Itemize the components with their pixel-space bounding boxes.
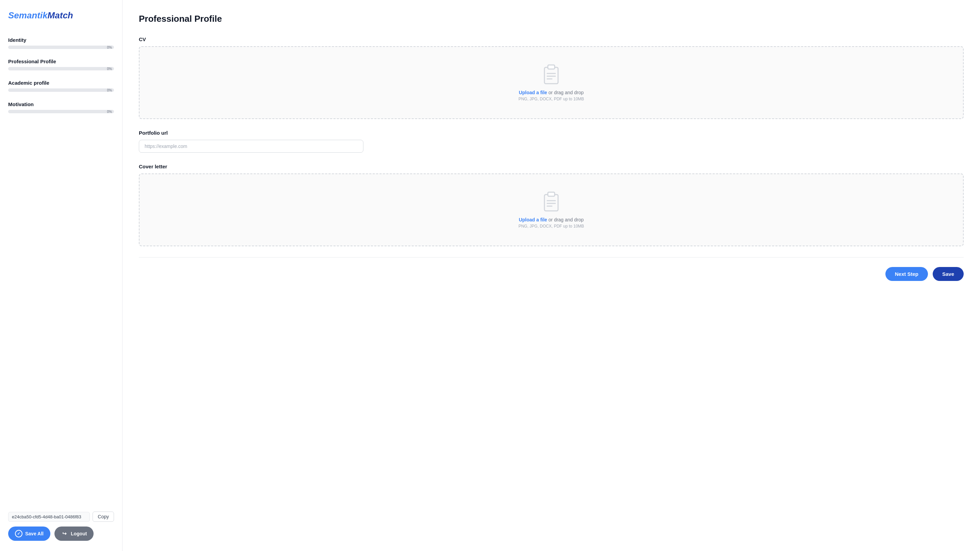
cv-upload-hint: PNG, JPG, DOCX, PDF up to 10MB <box>519 97 584 102</box>
main-content: Professional Profile CV Upload a file or… <box>123 0 980 551</box>
cover-letter-section: Cover letter Upload a file or drag and d… <box>139 164 964 246</box>
svg-rect-6 <box>548 192 555 196</box>
portfolio-label: Portfolio url <box>139 130 964 136</box>
motivation-progress-label: 0% <box>107 110 112 114</box>
cover-letter-label: Cover letter <box>139 164 964 169</box>
cv-upload-text: Upload a file or drag and drop <box>519 90 584 95</box>
professional-profile-progress-bar: 0% <box>8 67 114 70</box>
cv-upload-icon <box>542 64 560 84</box>
sidebar-item-academic-profile[interactable]: Academic profile 0% <box>8 80 114 93</box>
sidebar-item-identity[interactable]: Identity 0% <box>8 37 114 50</box>
action-buttons: Save All ↪ Logout <box>8 527 114 541</box>
id-value: e24cba50-cfd5-4d48-ba01-0486f83 <box>8 512 90 522</box>
cv-label: CV <box>139 37 964 42</box>
sidebar-item-motivation[interactable]: Motivation 0% <box>8 102 114 114</box>
sidebar-item-motivation-label: Motivation <box>8 102 114 107</box>
cover-letter-upload-hint: PNG, JPG, DOCX, PDF up to 10MB <box>519 224 584 229</box>
logo-match: Match <box>48 10 73 21</box>
cv-upload-rest: or drag and drop <box>547 90 584 95</box>
sidebar-bottom: e24cba50-cfd5-4d48-ba01-0486f83 Copy Sav… <box>8 511 114 541</box>
cv-section: CV Upload a file or drag and drop PNG, J… <box>139 37 964 119</box>
professional-profile-progress-label: 0% <box>107 67 112 71</box>
id-row: e24cba50-cfd5-4d48-ba01-0486f83 Copy <box>8 511 114 522</box>
academic-profile-progress-label: 0% <box>107 89 112 92</box>
logout-icon: ↪ <box>61 530 68 537</box>
cv-drop-zone[interactable]: Upload a file or drag and drop PNG, JPG,… <box>139 46 964 119</box>
identity-progress-bar: 0% <box>8 46 114 49</box>
sidebar-item-professional-profile-label: Professional Profile <box>8 59 114 64</box>
motivation-progress-bar: 0% <box>8 110 114 113</box>
cover-letter-upload-text: Upload a file or drag and drop <box>519 217 584 222</box>
identity-progress-label: 0% <box>107 46 112 49</box>
sidebar: Semantik Match Identity 0% Professional … <box>0 0 123 551</box>
cover-letter-upload-icon <box>542 191 560 211</box>
page-title: Professional Profile <box>139 14 964 24</box>
svg-rect-0 <box>544 67 558 84</box>
save-button[interactable]: Save <box>933 267 964 281</box>
sidebar-item-identity-label: Identity <box>8 37 114 43</box>
portfolio-section: Portfolio url <box>139 130 964 153</box>
save-all-icon <box>15 530 22 537</box>
cover-letter-upload-link[interactable]: Upload a file <box>519 217 547 222</box>
portfolio-input[interactable] <box>139 140 363 153</box>
bottom-bar: Next Step Save <box>139 257 964 281</box>
sidebar-item-professional-profile[interactable]: Professional Profile 0% <box>8 59 114 72</box>
svg-rect-5 <box>544 195 558 211</box>
copy-button[interactable]: Copy <box>92 511 114 522</box>
logo-semantik: Semantik <box>8 10 48 21</box>
logout-button[interactable]: ↪ Logout <box>54 527 94 541</box>
logo: Semantik Match <box>8 10 114 21</box>
cover-letter-drop-zone[interactable]: Upload a file or drag and drop PNG, JPG,… <box>139 173 964 246</box>
save-all-button[interactable]: Save All <box>8 527 50 541</box>
next-step-button[interactable]: Next Step <box>885 267 928 281</box>
sidebar-item-academic-profile-label: Academic profile <box>8 80 114 86</box>
cv-upload-link[interactable]: Upload a file <box>519 90 547 95</box>
cover-letter-upload-rest: or drag and drop <box>547 217 584 222</box>
svg-rect-1 <box>548 65 555 69</box>
academic-profile-progress-bar: 0% <box>8 89 114 92</box>
